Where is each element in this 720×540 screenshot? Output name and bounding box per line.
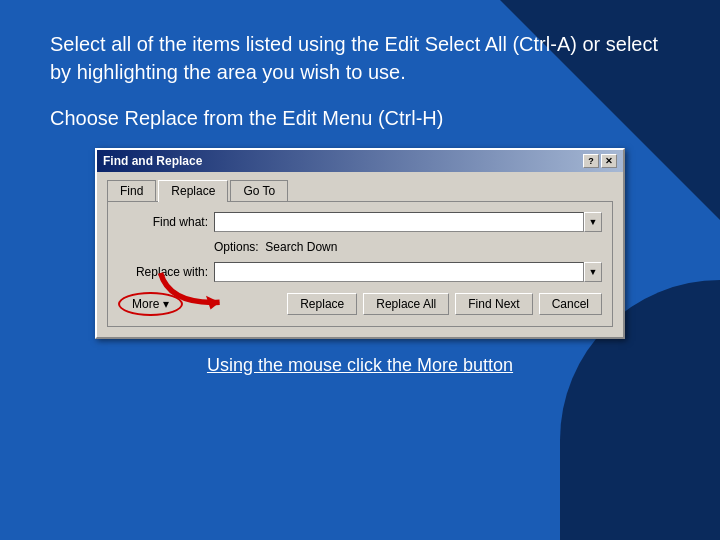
red-arrow-icon <box>146 264 266 314</box>
replace-with-input[interactable] <box>214 262 584 282</box>
dialog-body: Find Replace Go To Find what: <box>97 172 623 337</box>
replace-dropdown-btn[interactable]: ▼ <box>584 262 602 282</box>
replace-input-wrapper: ▼ <box>214 262 602 282</box>
replace-all-button[interactable]: Replace All <box>363 293 449 315</box>
help-button[interactable]: ? <box>583 154 599 168</box>
tab-find[interactable]: Find <box>107 180 156 201</box>
find-replace-dialog: Find and Replace ? ✕ Find Replace <box>95 148 625 339</box>
instruction-text-2: Choose Replace from the Edit Menu (Ctrl-… <box>50 104 670 132</box>
titlebar-controls: ? ✕ <box>583 154 617 168</box>
replace-button[interactable]: Replace <box>287 293 357 315</box>
find-what-row: Find what: ▼ <box>118 212 602 232</box>
arrow-container <box>146 264 266 318</box>
tab-replace[interactable]: Replace <box>158 180 228 202</box>
dialog-wrapper: Find and Replace ? ✕ Find Replace <box>50 148 670 339</box>
find-what-label: Find what: <box>118 215 208 229</box>
tab-content: Find what: ▼ Options: Search Down Repla <box>107 201 613 327</box>
options-row: Options: Search Down <box>214 240 602 254</box>
dialog-title: Find and Replace <box>103 154 202 168</box>
buttons-row: More ▾ Replace Replace All Find Next Can… <box>118 292 602 316</box>
instruction-text-1: Select all of the items listed using the… <box>50 30 670 86</box>
find-next-button[interactable]: Find Next <box>455 293 532 315</box>
options-label: Options: <box>214 240 265 254</box>
tab-goto[interactable]: Go To <box>230 180 288 201</box>
find-what-input[interactable] <box>214 212 584 232</box>
find-input-wrapper: ▼ <box>214 212 602 232</box>
close-button[interactable]: ✕ <box>601 154 617 168</box>
dialog-titlebar: Find and Replace ? ✕ <box>97 150 623 172</box>
cancel-button[interactable]: Cancel <box>539 293 602 315</box>
bottom-instruction: Using the mouse click the More button <box>50 355 670 376</box>
find-dropdown-btn[interactable]: ▼ <box>584 212 602 232</box>
tab-bar: Find Replace Go To <box>107 180 613 201</box>
options-value: Search Down <box>265 240 337 254</box>
